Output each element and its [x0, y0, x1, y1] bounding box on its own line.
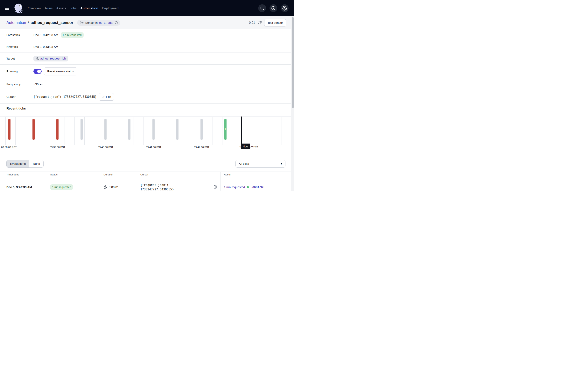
breadcrumb-automation-link[interactable]: Automation [6, 21, 26, 25]
reload-location-icon[interactable] [115, 21, 118, 24]
tick-bar-skipped[interactable] [128, 119, 130, 140]
tick-bar-failure[interactable] [8, 119, 10, 140]
now-marker: 0 Now 00 PST [240, 144, 258, 149]
edit-button-label: Edit [106, 95, 111, 99]
test-sensor-button[interactable]: Test sensor [264, 19, 286, 26]
now-label-suffix: 00 PST [250, 145, 258, 148]
header-actions: 0:01 Test sensor [249, 19, 286, 26]
column-header-timestamp: Timestamp [0, 172, 47, 177]
sensor-signal-icon [80, 21, 84, 24]
tick-bar-skipped[interactable] [200, 119, 203, 140]
nav-item-deployment[interactable]: Deployment [102, 6, 119, 10]
row-status-badge: 1 run requested [50, 184, 73, 190]
cursor-value: {"request.json": 1733247727.6430655} [33, 95, 97, 99]
tick-bar-skipped[interactable] [176, 119, 178, 140]
refresh-countdown: 0:01 [249, 21, 255, 24]
dagster-logo[interactable] [13, 2, 24, 14]
search-button[interactable] [258, 4, 266, 12]
page-header: Automation / adhoc_request_sensor Sensor… [0, 16, 294, 29]
hamburger-menu-icon[interactable] [5, 7, 9, 10]
main-nav: OverviewRunsAssetsJobsAutomationDeployme… [28, 6, 119, 10]
run-id-link[interactable]: 9ab8fcb1 [251, 185, 265, 189]
octopus-logo-icon [13, 2, 24, 14]
tick-bar-failure[interactable] [32, 119, 35, 140]
top-navbar: OverviewRunsAssetsJobsAutomationDeployme… [0, 0, 294, 16]
search-icon [260, 6, 264, 10]
nav-item-runs[interactable]: Runs [45, 6, 53, 10]
tick-timeline-plot: 1 [0, 117, 294, 143]
nav-item-assets[interactable]: Assets [56, 6, 66, 10]
column-header-result: Result [221, 172, 294, 177]
tick-bar-skipped[interactable] [105, 119, 106, 140]
target-label: Target [0, 53, 30, 64]
tick-bar-skipped[interactable] [81, 119, 83, 140]
row-cursor-line2: 1733247727.6430655} [140, 188, 174, 191]
column-header-duration: Duration [100, 172, 137, 177]
scrollbar-thumb[interactable] [292, 17, 294, 108]
table-row: Dec 3, 9:42:33 AM 1 run requested 0:00:0… [0, 177, 294, 191]
help-button[interactable] [270, 4, 277, 12]
edit-cursor-button[interactable]: Edit [99, 93, 114, 101]
latest-tick-status-badge[interactable]: 1 run requested [61, 32, 84, 38]
clipboard-icon [213, 185, 217, 189]
reset-sensor-status-button[interactable]: Reset sensor status [44, 67, 77, 75]
evaluations-toolbar: EvaluationsRuns All ticks ▼ [0, 160, 294, 168]
run-status-dot [247, 186, 249, 188]
tick-bar-failure[interactable] [56, 119, 59, 140]
pencil-icon [102, 95, 105, 98]
nav-item-automation[interactable]: Automation [80, 6, 98, 10]
sensor-details-table: Latest tick Dec 3, 9:42:33 AM 1 run requ… [0, 29, 294, 104]
column-header-cursor: Cursor [137, 172, 221, 177]
sensor-location-badge: Sensor in etl_t…orial [77, 20, 120, 26]
cursor-row: Cursor {"request.json": 1733247727.64306… [0, 90, 294, 104]
ticks-table: TimestampStatusDurationCursorResult Dec … [0, 171, 294, 191]
recent-ticks-title: Recent ticks [6, 106, 26, 110]
axis-label: 09:42:00 PST [194, 146, 210, 149]
target-row: Target adhoc_request_job [0, 53, 294, 64]
row-cursor-line1: {"request.json": [140, 183, 168, 187]
running-label: Running [0, 64, 30, 78]
row-duration: 0:00:01 [109, 185, 119, 189]
vertical-scrollbar[interactable] [291, 16, 294, 191]
refresh-icon[interactable] [258, 21, 262, 24]
latest-tick-row: Latest tick Dec 3, 9:42:33 AM 1 run requ… [0, 29, 294, 41]
now-line [241, 117, 242, 144]
evaluations-runs-tabs: EvaluationsRuns [6, 160, 43, 168]
running-toggle[interactable] [33, 69, 42, 74]
settings-button[interactable] [281, 4, 289, 12]
next-tick-label: Next tick [0, 41, 30, 53]
latest-tick-value: Dec 3, 9:42:33 AM [33, 33, 58, 37]
nav-item-overview[interactable]: Overview [28, 6, 42, 10]
nav-item-jobs[interactable]: Jobs [70, 6, 77, 10]
code-location-link[interactable]: etl_t…orial [99, 21, 113, 24]
job-icon [36, 57, 39, 60]
row-result-link[interactable]: 1 run requested [224, 185, 245, 189]
chevron-down-icon: ▼ [280, 162, 283, 165]
tick-filter-value: All ticks [239, 162, 249, 166]
frequency-value: ~30 sec [33, 83, 44, 86]
tab-runs[interactable]: Runs [29, 160, 43, 168]
target-job-chip[interactable]: adhoc_request_job [33, 56, 68, 62]
axis-label: 09:38:00 PST [1, 146, 17, 149]
latest-tick-label: Latest tick [0, 29, 30, 41]
column-header-status: Status [47, 172, 100, 177]
now-label-prefix: 0 [240, 145, 241, 148]
running-row: Running Reset sensor status [0, 64, 294, 78]
axis-label: 09:39:00 PST [50, 146, 65, 149]
sensor-badge-text: Sensor in [85, 21, 98, 24]
tab-evaluations[interactable]: Evaluations [7, 160, 29, 168]
sensor-name-title: adhoc_request_sensor [31, 21, 73, 25]
tick-bar-skipped[interactable] [152, 119, 155, 140]
axis-label: 09:41:00 PST [146, 146, 161, 149]
nav-actions [258, 4, 289, 12]
table-header-row: TimestampStatusDurationCursorResult [0, 171, 294, 177]
tick-filter-select[interactable]: All ticks ▼ [235, 160, 285, 168]
axis-label: 09:40:00 PST [98, 146, 113, 149]
copy-cursor-button[interactable] [213, 185, 217, 190]
next-tick-row: Next tick Dec 3, 9:43:03 AM [0, 41, 294, 53]
row-timestamp[interactable]: Dec 3, 9:42:33 AM [0, 177, 47, 191]
cursor-label: Cursor [0, 90, 30, 104]
target-job-link[interactable]: adhoc_request_job [40, 57, 66, 60]
tick-bar-success[interactable]: 1 [224, 119, 227, 140]
now-badge: Now [241, 144, 250, 149]
